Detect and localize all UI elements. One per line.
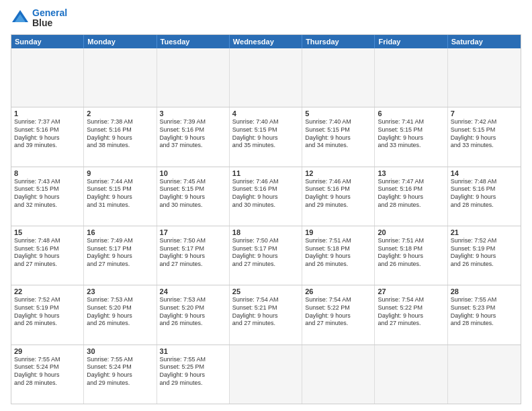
cell-line: Daylight: 9 hours bbox=[87, 312, 153, 320]
cal-cell: 8Sunrise: 7:43 AMSunset: 5:15 PMDaylight… bbox=[11, 167, 84, 226]
calendar-header-row: SundayMondayTuesdayWednesdayThursdayFrid… bbox=[11, 35, 521, 48]
cal-cell: 27Sunrise: 7:54 AMSunset: 5:22 PMDayligh… bbox=[375, 285, 447, 344]
cell-line: Sunrise: 7:54 AM bbox=[305, 296, 371, 304]
cell-line: Sunrise: 7:38 AM bbox=[87, 118, 153, 126]
cal-cell: 1Sunrise: 7:37 AMSunset: 5:16 PMDaylight… bbox=[11, 107, 84, 166]
cell-line: Sunrise: 7:53 AM bbox=[87, 296, 153, 304]
cal-header-saturday: Saturday bbox=[448, 35, 521, 48]
cell-line: Sunset: 5:15 PM bbox=[160, 185, 226, 193]
cell-line: and 26 minutes. bbox=[378, 261, 444, 269]
logo: General Blue bbox=[11, 8, 67, 29]
cell-line: Sunset: 5:19 PM bbox=[451, 245, 518, 253]
day-number: 17 bbox=[160, 228, 226, 236]
cell-line: Sunrise: 7:46 AM bbox=[305, 178, 371, 186]
cell-line: Sunset: 5:16 PM bbox=[232, 185, 299, 193]
day-number: 22 bbox=[14, 287, 81, 295]
cal-cell bbox=[375, 48, 447, 107]
cell-line: Sunrise: 7:55 AM bbox=[160, 356, 226, 364]
cal-week-4: 22Sunrise: 7:52 AMSunset: 5:19 PMDayligh… bbox=[11, 285, 521, 344]
cell-line: Daylight: 9 hours bbox=[14, 371, 81, 379]
cell-line: Sunrise: 7:50 AM bbox=[232, 237, 299, 245]
cell-line: and 28 minutes. bbox=[451, 201, 518, 210]
day-number: 26 bbox=[305, 287, 371, 295]
cell-line: and 27 minutes. bbox=[87, 261, 153, 269]
cell-line: Sunset: 5:24 PM bbox=[87, 363, 153, 371]
cell-line: and 32 minutes. bbox=[14, 201, 81, 210]
cell-line: Sunset: 5:21 PM bbox=[232, 304, 299, 312]
cell-line: Daylight: 9 hours bbox=[14, 312, 81, 320]
cell-line: Sunrise: 7:37 AM bbox=[14, 118, 81, 126]
cell-line: and 27 minutes. bbox=[14, 261, 81, 269]
cal-cell: 5Sunrise: 7:40 AMSunset: 5:15 PMDaylight… bbox=[302, 107, 375, 166]
cell-line: Sunrise: 7:55 AM bbox=[14, 356, 81, 364]
cell-line: Sunrise: 7:41 AM bbox=[378, 118, 444, 126]
cal-header-wednesday: Wednesday bbox=[230, 35, 302, 48]
cell-line: Sunrise: 7:39 AM bbox=[160, 118, 226, 126]
cell-line: Sunrise: 7:51 AM bbox=[378, 237, 444, 245]
cal-week-0 bbox=[11, 48, 521, 107]
day-number: 8 bbox=[14, 169, 81, 177]
cell-line: Sunset: 5:22 PM bbox=[378, 304, 444, 312]
cell-line: and 26 minutes. bbox=[305, 261, 371, 269]
cell-line: Sunset: 5:18 PM bbox=[378, 245, 444, 253]
cell-line: Sunset: 5:19 PM bbox=[14, 304, 81, 312]
cell-line: and 28 minutes. bbox=[451, 320, 518, 328]
cell-line: and 31 minutes. bbox=[87, 201, 153, 210]
cell-line: Daylight: 9 hours bbox=[160, 253, 226, 261]
cell-line: Daylight: 9 hours bbox=[87, 253, 153, 261]
cal-cell: 7Sunrise: 7:42 AMSunset: 5:15 PMDaylight… bbox=[448, 107, 521, 166]
cell-line: Daylight: 9 hours bbox=[232, 253, 299, 261]
cell-line: and 27 minutes. bbox=[305, 320, 371, 328]
cal-cell: 6Sunrise: 7:41 AMSunset: 5:15 PMDaylight… bbox=[375, 107, 447, 166]
cell-line: Daylight: 9 hours bbox=[378, 312, 444, 320]
cell-line: Daylight: 9 hours bbox=[232, 134, 299, 142]
cell-line: Daylight: 9 hours bbox=[160, 312, 226, 320]
cal-cell: 14Sunrise: 7:48 AMSunset: 5:16 PMDayligh… bbox=[448, 167, 521, 226]
cal-cell: 26Sunrise: 7:54 AMSunset: 5:22 PMDayligh… bbox=[302, 285, 375, 344]
cal-cell: 22Sunrise: 7:52 AMSunset: 5:19 PMDayligh… bbox=[11, 285, 84, 344]
cal-week-1: 1Sunrise: 7:37 AMSunset: 5:16 PMDaylight… bbox=[11, 107, 521, 166]
cell-line: Sunset: 5:18 PM bbox=[305, 245, 371, 253]
cell-line: Sunrise: 7:46 AM bbox=[232, 178, 299, 186]
cell-line: and 29 minutes. bbox=[305, 201, 371, 210]
cal-cell bbox=[448, 48, 521, 107]
day-number: 15 bbox=[14, 228, 81, 236]
cal-cell: 28Sunrise: 7:55 AMSunset: 5:23 PMDayligh… bbox=[448, 285, 521, 344]
day-number: 12 bbox=[305, 169, 371, 177]
cell-line: Sunset: 5:23 PM bbox=[451, 304, 518, 312]
cell-line: Sunrise: 7:54 AM bbox=[378, 296, 444, 304]
day-number: 30 bbox=[87, 347, 153, 355]
day-number: 11 bbox=[232, 169, 299, 177]
cell-line: Daylight: 9 hours bbox=[14, 134, 81, 142]
cell-line: and 27 minutes. bbox=[160, 261, 226, 269]
cell-line: and 30 minutes. bbox=[232, 201, 299, 210]
cal-cell bbox=[448, 345, 521, 404]
cal-header-tuesday: Tuesday bbox=[157, 35, 230, 48]
cell-line: Sunset: 5:16 PM bbox=[14, 126, 81, 134]
day-number: 31 bbox=[160, 347, 226, 355]
cell-line: Sunset: 5:15 PM bbox=[378, 126, 444, 134]
day-number: 25 bbox=[232, 287, 299, 295]
cal-cell: 15Sunrise: 7:48 AMSunset: 5:16 PMDayligh… bbox=[11, 226, 84, 285]
day-number: 5 bbox=[305, 109, 371, 118]
cell-line: and 27 minutes. bbox=[232, 320, 299, 328]
day-number: 3 bbox=[160, 109, 226, 118]
cell-line: Sunset: 5:15 PM bbox=[14, 185, 81, 193]
day-number: 9 bbox=[87, 169, 153, 177]
cal-cell bbox=[84, 48, 157, 107]
cal-cell: 20Sunrise: 7:51 AMSunset: 5:18 PMDayligh… bbox=[375, 226, 447, 285]
cell-line: Daylight: 9 hours bbox=[160, 371, 226, 379]
day-number: 1 bbox=[14, 109, 81, 118]
cell-line: Daylight: 9 hours bbox=[87, 193, 153, 201]
day-number: 20 bbox=[378, 228, 444, 236]
cal-cell bbox=[230, 345, 302, 404]
cal-cell: 18Sunrise: 7:50 AMSunset: 5:17 PMDayligh… bbox=[230, 226, 302, 285]
cal-cell: 12Sunrise: 7:46 AMSunset: 5:16 PMDayligh… bbox=[302, 167, 375, 226]
cell-line: Daylight: 9 hours bbox=[305, 253, 371, 261]
cal-cell bbox=[302, 48, 375, 107]
cell-line: Sunset: 5:16 PM bbox=[160, 126, 226, 134]
cell-line: Daylight: 9 hours bbox=[160, 134, 226, 142]
cell-line: Sunset: 5:17 PM bbox=[232, 245, 299, 253]
cell-line: Sunset: 5:17 PM bbox=[160, 245, 226, 253]
cell-line: Daylight: 9 hours bbox=[378, 134, 444, 142]
